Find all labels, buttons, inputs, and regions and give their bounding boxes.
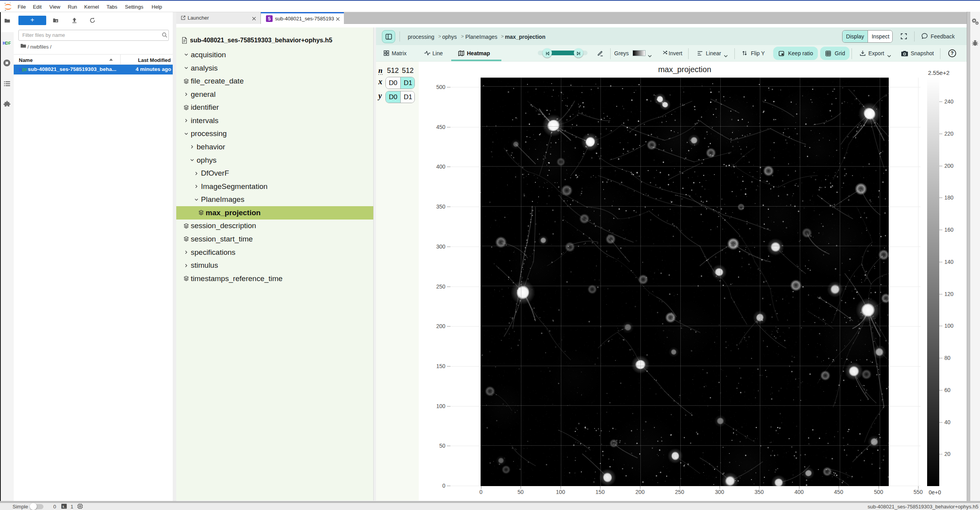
svg-text:H: H — [3, 41, 5, 45]
svg-text:D: D — [22, 68, 25, 72]
svg-text:F: F — [25, 68, 27, 72]
svg-text:$_: $_ — [62, 505, 66, 508]
svg-text:H: H — [19, 68, 22, 72]
svg-text:D: D — [5, 41, 8, 45]
svg-text:F: F — [9, 41, 11, 45]
svg-text:?: ? — [951, 51, 953, 56]
svg-text:5: 5 — [268, 16, 271, 22]
